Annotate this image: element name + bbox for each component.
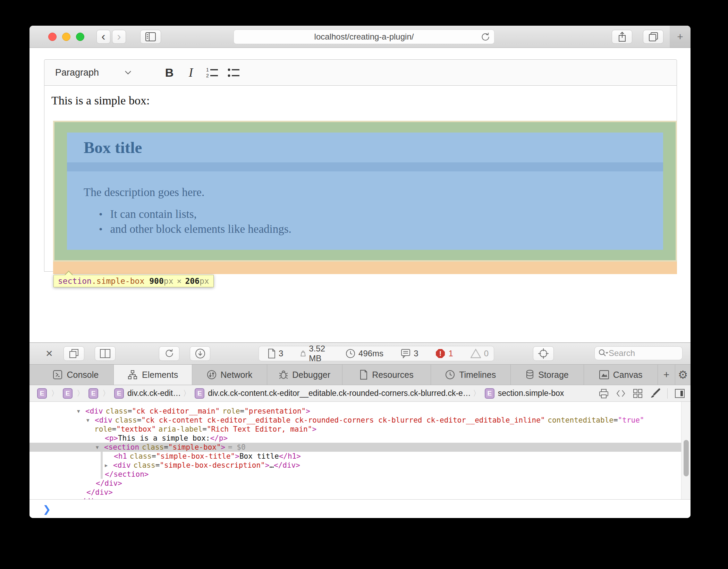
crosshair-icon	[538, 348, 549, 359]
stat-load-time[interactable]: 496ms	[346, 349, 383, 358]
tab-overview-button[interactable]	[643, 30, 663, 44]
inspector-search-field[interactable]	[594, 346, 683, 360]
dom-line[interactable]: </div>	[29, 479, 691, 488]
source-code-button[interactable]	[616, 388, 626, 399]
disclosure-open-icon[interactable]: ▼	[77, 407, 85, 416]
element-badge[interactable]: E	[63, 388, 73, 399]
scrollbar-thumb[interactable]	[684, 440, 689, 476]
share-button[interactable]	[612, 30, 632, 44]
tab-elements[interactable]: Elements	[113, 365, 192, 385]
element-badge[interactable]: E	[195, 388, 204, 399]
tab-console[interactable]: Console	[38, 365, 113, 385]
dom-line[interactable]: <p>This is a simple box:</p>	[29, 434, 691, 443]
back-button[interactable]: ‹	[96, 30, 110, 44]
dom-line[interactable]: <h1class="simple-box-title">Box title</h…	[29, 452, 691, 461]
numbered-list-icon: 1 2	[205, 67, 219, 78]
disclosure-open-icon[interactable]: ▼	[96, 443, 104, 452]
dom-scrollbar[interactable]	[681, 402, 691, 499]
list-item-text: and other block elements like headings.	[110, 223, 291, 236]
new-tab-button[interactable]: +	[670, 26, 691, 48]
tag-token: </h1>	[279, 452, 301, 460]
dom-line[interactable]: ▶<divclass="simple-box-description">…</d…	[29, 461, 691, 470]
inspector-tab-bar: Console Elements Network	[29, 365, 691, 385]
close-window-button[interactable]	[48, 33, 57, 41]
grid-overlay-button[interactable]	[633, 388, 643, 399]
details-sidebar-toggle-button[interactable]	[675, 388, 685, 399]
reload-page-button[interactable]	[159, 346, 179, 361]
tab-label: Timelines	[459, 370, 496, 380]
heading-dropdown[interactable]: Paragraph	[55, 67, 137, 78]
element-badge[interactable]: E	[485, 388, 494, 399]
svg-text:!: !	[439, 350, 442, 357]
element-badge[interactable]: E	[37, 388, 47, 399]
bold-button[interactable]: B	[159, 62, 180, 83]
weight-icon	[300, 349, 306, 358]
close-inspector-button[interactable]: ✕	[42, 346, 57, 361]
dom-line[interactable]: ▼<divclass="ck ck-editor__main"role="pre…	[29, 407, 691, 416]
tab-resources[interactable]: Resources	[342, 365, 431, 385]
quick-console[interactable]: ❯	[29, 499, 691, 518]
stat-errors[interactable]: ! 1	[435, 349, 453, 358]
list-item: • and other block elements like headings…	[99, 223, 663, 236]
stat-transfer-size[interactable]: 3.52 MB	[300, 344, 328, 363]
breadcrumb-item[interactable]: div.ck.ck-content.ck-editor__editable.ck…	[208, 389, 471, 398]
dom-line[interactable]: role="textbox"aria-label="Rich Text Edit…	[29, 425, 691, 434]
breadcrumb-item[interactable]: div.ck.ck-edit…	[127, 389, 181, 398]
text-token: …	[269, 461, 274, 469]
forward-icon: ›	[117, 30, 121, 42]
tab-timelines[interactable]: Timelines	[431, 365, 510, 385]
element-badge[interactable]: E	[88, 388, 98, 399]
breadcrumb-separator-icon: 〉	[102, 388, 110, 399]
text-token: This is a simple box:	[118, 434, 210, 442]
tag-token: </div>	[96, 479, 122, 487]
inspector-settings-button[interactable]: ⚙	[675, 365, 691, 385]
ckeditor-editable[interactable]: This is a simple box: Box title The desc…	[44, 86, 677, 272]
dom-line[interactable]: ▼<divclass="ck ck-content ck-editor__edi…	[29, 416, 691, 425]
url-text: localhost/creating-a-plugin/	[314, 32, 414, 42]
paintbrush-button[interactable]	[650, 388, 660, 399]
plus-icon: +	[677, 31, 683, 43]
chevron-down-icon	[125, 70, 132, 75]
sidebar-icon	[145, 32, 156, 41]
dom-line[interactable]: </div>	[29, 488, 691, 497]
element-picker-button[interactable]	[533, 346, 554, 361]
tab-debugger[interactable]: Debugger	[267, 365, 342, 385]
element-badge-letter: E	[117, 390, 121, 397]
stat-documents[interactable]: 3	[268, 349, 283, 358]
zoom-window-button[interactable]	[76, 33, 84, 41]
dom-line[interactable]: </div>	[29, 497, 691, 499]
detach-inspector-button[interactable]	[64, 346, 84, 361]
stat-console-messages[interactable]: 3	[401, 349, 418, 358]
download-page-button[interactable]	[190, 346, 210, 361]
italic-button[interactable]: I	[180, 62, 202, 83]
dom-line[interactable]: </section>	[29, 470, 691, 479]
value-token: "ck ck-content ck-editor__editable ck-ro…	[141, 416, 545, 424]
sidebar-toggle-button[interactable]	[140, 30, 161, 44]
bulleted-list-button[interactable]	[223, 62, 245, 83]
reload-icon	[481, 32, 490, 42]
add-tab-button[interactable]: +	[658, 365, 675, 385]
address-bar[interactable]: localhost/creating-a-plugin/	[234, 29, 494, 44]
eq-token: =	[128, 407, 132, 415]
dom-tree: ▼<divclass="ck ck-editor__main"role="pre…	[29, 402, 691, 499]
stat-warnings[interactable]: 0	[471, 349, 489, 358]
disclosure-open-icon[interactable]: ▼	[86, 416, 95, 425]
disclosure-closed-icon[interactable]: ▶	[105, 461, 113, 470]
stat-transfer-value: 3.52 MB	[309, 344, 328, 363]
search-input[interactable]	[609, 348, 668, 358]
tab-storage[interactable]: Storage	[510, 365, 584, 385]
tab-network[interactable]: Network	[192, 365, 267, 385]
tab-canvas[interactable]: Canvas	[584, 365, 658, 385]
dom-line-selected[interactable]: ▼<sectionclass="simple-box">= $0	[29, 443, 691, 452]
forward-button[interactable]: ›	[112, 30, 126, 44]
safari-window: ‹ › localhost/creating-a-plugin/	[29, 26, 691, 518]
breadcrumb-item-selected[interactable]: section.simple-box	[498, 389, 564, 398]
dock-side-button[interactable]	[95, 346, 116, 361]
numbered-list-button[interactable]: 1 2	[202, 62, 223, 83]
element-badge[interactable]: E	[114, 388, 124, 399]
minimize-window-button[interactable]	[62, 33, 70, 41]
debugger-icon	[279, 370, 288, 380]
reload-button[interactable]	[481, 32, 490, 42]
print-styles-button[interactable]	[599, 388, 609, 399]
share-icon	[618, 32, 626, 42]
